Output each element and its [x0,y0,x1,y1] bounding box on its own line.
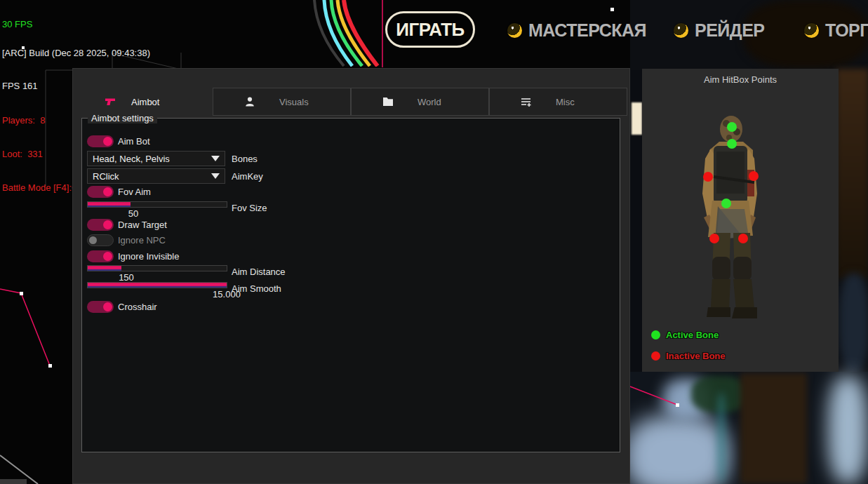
aim-distance-label: Aim Distance [232,267,286,277]
legend-inactive-bone: Inactive Bone [651,351,726,361]
slider-fill [88,283,227,288]
legend-active-bone: Active Bone [651,330,719,340]
fps-overlay-text: 30 FPS [2,19,32,29]
person-icon [244,96,255,107]
playlist-add-icon [521,97,532,107]
hitbox-dot-neck[interactable] [727,139,737,149]
ignore-npc-label: Ignore NPC [118,235,166,246]
fps-text: FPS 161 [2,81,38,91]
slider-fill [88,266,121,271]
tab-label: Aimbot [131,97,159,107]
toggle-knob [103,220,112,229]
players-text: Players: 8 [2,115,45,126]
ignore-invisible-toggle[interactable] [87,250,114,262]
tab-label: Misc [556,97,575,107]
ignore-npc-toggle[interactable] [87,234,114,246]
tab-visuals[interactable]: Visuals [213,88,351,116]
hitbox-dot-right-arm[interactable] [749,171,759,181]
fov-aim-toggle[interactable] [87,186,114,198]
aim-bot-label: Aim Bot [118,136,150,147]
aim-distance-value: 150 [105,272,147,283]
menu-item-label: МАСТЕРСКАЯ [528,20,646,41]
aim-smooth-value: 15.000 [199,289,255,300]
tab-label: Visuals [279,97,309,107]
aimkey-dropdown[interactable]: RClick [87,168,225,184]
crosshair-toggle[interactable] [87,301,114,313]
draw-target-label: Draw Target [118,220,167,230]
fov-aim-label: Fov Aim [118,187,151,197]
bones-dropdown[interactable]: Head, Neck, Pelvis [87,151,225,166]
toggle-knob [103,137,112,146]
hitbox-panel: Aim HitBox Points [642,69,839,372]
play-button[interactable]: ИГРАТЬ [385,11,475,48]
menu-item-label: РЕЙДЕР [695,20,764,41]
menu-item-workshop[interactable]: МАСТЕРСКАЯ [507,20,646,41]
aimkey-dropdown-value: RClick [93,171,119,182]
cheat-window: Aimbot Visuals World [72,68,630,484]
tab-aimbot[interactable]: Aimbot [72,88,211,116]
toggle-knob [103,252,112,261]
folder-icon [382,97,394,107]
play-button-label: ИГРАТЬ [396,19,465,41]
toggle-knob [89,236,97,244]
character-model-preview [677,112,782,323]
fov-size-value: 50 [112,208,154,219]
menu-item-label: ТОРГО [825,20,868,41]
ignore-invisible-label: Ignore Invisible [118,251,179,262]
loot-text: Loot: 331 [2,149,43,159]
legend-label: Inactive Bone [666,351,726,361]
tab-misc[interactable]: Misc [489,88,627,116]
hitbox-dot-left-knee[interactable] [709,234,719,243]
menu-item-trade[interactable]: ТОРГО [804,20,868,41]
aim-smooth-slider[interactable] [87,282,227,288]
fov-size-slider[interactable] [87,201,227,208]
draw-target-toggle[interactable] [87,219,114,231]
bones-label: Bones [232,154,258,164]
legend-label: Active Bone [666,330,719,340]
slider-fill [88,202,131,207]
aim-bot-toggle[interactable] [87,135,114,147]
active-bone-dot-icon [651,330,660,340]
crosshair-label: Crosshair [118,302,157,312]
aimkey-label: AimKey [232,171,263,182]
build-text: [ARC] Build (Dec 28 2025, 09:43:38) [2,48,150,58]
group-title: Aimbot settings [88,113,157,123]
fov-size-label: Fov Size [232,203,267,213]
toggle-knob [103,187,112,196]
hitbox-dot-right-knee[interactable] [738,234,748,243]
tab-label: World [418,97,441,107]
coin-icon [804,23,819,38]
bones-dropdown-value: Head, Neck, Pelvis [93,154,170,164]
toggle-knob [103,302,112,311]
game-screen: 30 FPS [ARC] Build (Dec 28 2025, 09:43:3… [0,0,868,484]
aim-distance-slider[interactable] [87,265,227,271]
coin-icon [674,23,688,38]
coin-icon [507,23,522,38]
hitbox-dot-pelvis[interactable] [721,199,731,208]
pistol-icon [105,98,116,107]
inactive-bone-dot-icon [651,351,660,361]
chevron-down-icon [211,173,220,179]
hitbox-dot-head[interactable] [727,122,737,132]
menu-item-raider[interactable]: РЕЙДЕР [674,20,764,41]
hitbox-dot-left-arm[interactable] [703,172,713,182]
tab-world[interactable]: World [351,88,489,116]
hitbox-panel-title: Aim HitBox Points [642,74,839,85]
chevron-down-icon [211,156,220,161]
